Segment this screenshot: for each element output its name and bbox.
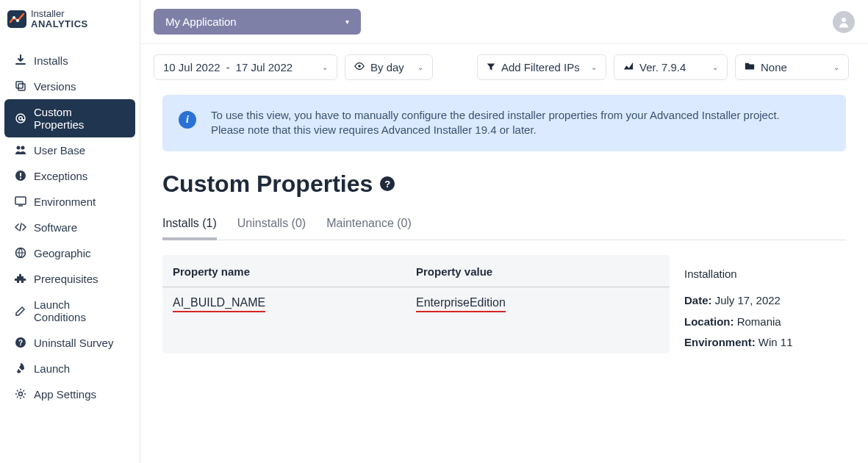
avatar[interactable] [833, 11, 855, 33]
survey-icon: ? [15, 337, 26, 348]
folder-filter[interactable]: None ⌄ [735, 54, 849, 80]
svg-point-18 [358, 65, 361, 68]
folder-label: None [761, 61, 787, 73]
chart-icon [623, 61, 634, 73]
sidebar-item-label: Installs [34, 54, 68, 67]
sidebar-item-exceptions[interactable]: Exceptions [4, 163, 135, 189]
date-to: 17 Jul 2022 [236, 61, 293, 73]
install-info-title: Installation [684, 264, 846, 285]
date-from: 10 Jul 2022 [163, 61, 220, 73]
svg-rect-11 [20, 178, 21, 179]
sidebar-item-label: Prerequisites [34, 273, 98, 285]
brand-icon [7, 10, 26, 28]
svg-point-5 [16, 114, 25, 123]
chevron-down-icon: ⌄ [591, 63, 597, 71]
sidebar-item-installs[interactable]: Installs [4, 48, 135, 73]
svg-point-1 [12, 16, 15, 19]
property-name: AI_BUILD_NAME [173, 296, 265, 312]
sidebar-item-launch-conditions[interactable]: Launch Conditions [4, 292, 135, 330]
code-icon [15, 221, 26, 233]
sidebar-item-prerequisites[interactable]: Prerequisites [4, 266, 135, 292]
svg-rect-12 [15, 197, 26, 204]
sidebar-item-geographic[interactable]: Geographic [4, 240, 135, 266]
sidebar-item-versions[interactable]: Versions [4, 73, 135, 99]
info-icon: i [179, 111, 196, 129]
version-filter[interactable]: Ver. 7.9.4 ⌄ [614, 54, 728, 80]
monitor-icon [15, 195, 26, 207]
svg-text:?: ? [18, 339, 23, 347]
sidebar-item-label: Versions [34, 80, 76, 93]
sidebar-item-label: Exceptions [34, 170, 87, 182]
users-icon [15, 144, 26, 156]
tab-uninstalls[interactable]: Uninstalls (0) [237, 217, 306, 240]
tabs: Installs (1) Uninstalls (0) Maintenance … [162, 217, 846, 240]
table-header-value: Property value [416, 265, 659, 278]
error-icon [15, 170, 26, 182]
page-title: Custom Properties ? [162, 171, 846, 198]
sidebar-item-launch[interactable]: Launch [4, 356, 135, 381]
download-icon [15, 54, 26, 66]
folder-icon [745, 61, 755, 73]
user-icon [837, 15, 850, 29]
sidebar-item-label: User Base [34, 144, 85, 157]
chevron-down-icon: ⌄ [322, 63, 328, 71]
sidebar-item-uninstall-survey[interactable]: ? Uninstall Survey [4, 330, 135, 356]
sidebar-item-app-settings[interactable]: App Settings [4, 381, 135, 407]
sidebar-item-custom-properties[interactable]: Custom Properties [4, 99, 135, 137]
sidebar-item-software[interactable]: Software [4, 215, 135, 240]
topbar: My Application ▾ [140, 0, 868, 44]
svg-rect-10 [20, 173, 21, 176]
sidebar: Installer ANALYTICS Installs Versions Cu… [0, 0, 140, 463]
granularity-label: By day [370, 61, 404, 73]
filter-icon [487, 61, 495, 73]
brand-line2: ANALYTICS [31, 19, 88, 29]
app-selector-label: My Application [165, 15, 237, 28]
sidebar-nav: Installs Versions Custom Properties User… [0, 37, 140, 407]
sidebar-item-label: Uninstall Survey [34, 337, 113, 349]
sidebar-item-environment[interactable]: Environment [4, 189, 135, 215]
globe-icon [15, 247, 26, 259]
svg-point-16 [19, 392, 23, 396]
info-banner: i To use this view, you have to manually… [162, 95, 846, 151]
sidebar-item-label: Geographic [34, 247, 91, 259]
eye-icon [354, 61, 365, 73]
rocket-icon [15, 362, 26, 374]
svg-point-17 [842, 18, 846, 22]
svg-rect-4 [18, 84, 25, 90]
chevron-down-icon: ▾ [345, 18, 349, 26]
app-selector[interactable]: My Application ▾ [154, 9, 361, 35]
brand-logo: Installer ANALYTICS [0, 0, 140, 37]
sidebar-item-label: Custom Properties [34, 106, 125, 131]
puzzle-icon [15, 273, 26, 284]
info-text: To use this view, you have to manually c… [211, 108, 780, 138]
tab-maintenance[interactable]: Maintenance (0) [326, 217, 412, 240]
svg-point-8 [21, 146, 25, 150]
sidebar-item-label: Environment [34, 195, 96, 208]
installation-info: Installation Date: July 17, 2022 Locatio… [684, 255, 846, 353]
sidebar-item-label: App Settings [34, 388, 96, 401]
property-value: EnterpriseEdition [416, 296, 506, 312]
copy-icon [15, 80, 26, 92]
svg-point-7 [17, 146, 21, 150]
svg-point-2 [16, 19, 19, 22]
svg-rect-3 [16, 82, 23, 88]
table-header-name: Property name [173, 265, 416, 278]
granularity-filter[interactable]: By day ⌄ [345, 54, 433, 80]
table-row[interactable]: AI_BUILD_NAME EnterpriseEdition [162, 287, 670, 321]
chevron-down-icon: ⌄ [833, 63, 839, 71]
filtered-ips-filter[interactable]: Add Filtered IPs ⌄ [477, 54, 606, 80]
edit-icon [15, 305, 26, 317]
sidebar-item-label: Launch [34, 362, 70, 375]
sidebar-item-label: Software [34, 221, 77, 234]
version-label: Ver. 7.9.4 [639, 61, 686, 73]
help-icon[interactable]: ? [380, 176, 395, 191]
chevron-down-icon: ⌄ [417, 63, 423, 71]
chevron-down-icon: ⌄ [712, 63, 718, 71]
tab-installs[interactable]: Installs (1) [162, 217, 217, 240]
brand-line1: Installer [31, 9, 88, 19]
at-icon [15, 112, 26, 124]
sidebar-item-user-base[interactable]: User Base [4, 137, 135, 163]
filter-bar: 10 Jul 2022 - 17 Jul 2022 ⌄ By day ⌄ Add… [140, 44, 868, 85]
sidebar-item-label: Launch Conditions [34, 298, 125, 323]
date-range-filter[interactable]: 10 Jul 2022 - 17 Jul 2022 ⌄ [154, 54, 337, 80]
